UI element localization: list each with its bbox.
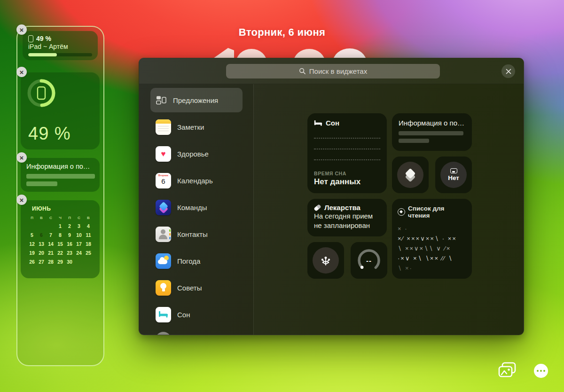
medications-line1: На сегодня прием	[314, 212, 380, 221]
remove-widget-button[interactable]: ×	[16, 152, 27, 163]
clock-digit	[293, 49, 325, 58]
sidebar-item-contacts[interactable]: Контакты	[150, 222, 243, 246]
medications-title: Лекарства	[324, 204, 360, 212]
battery-ring-widget[interactable]: 49 %	[21, 72, 100, 149]
pill-icon	[313, 204, 321, 212]
desktop: Вторник, 6 июня × 49 % iPad ~ Артём × 49…	[0, 0, 564, 392]
calendar-app-icon: Вторник 6	[156, 173, 171, 188]
calendar-widget[interactable]: июнь ПВСЧПСВ 1234 567891011 121314151617…	[21, 200, 100, 278]
dotted-line	[314, 138, 380, 139]
search-placeholder: Поиск в виджетах	[309, 67, 367, 75]
shortcuts-app-icon	[156, 200, 171, 215]
sidebar-item-tips[interactable]: Советы	[150, 275, 243, 300]
contacts-app-icon	[156, 227, 171, 242]
medications-widget-preview[interactable]: Лекарства На сегодня прием не запланиров…	[307, 199, 387, 236]
lock-clock-digits	[201, 45, 376, 58]
branch-widget-preview[interactable]	[307, 242, 344, 279]
redacted-text: × · ×∕ ×××∨××∖ · ×× ∖ ××∨×∖∖ ∨ ∕× ·×∨ ×∖…	[398, 224, 466, 273]
skeleton-bar	[26, 174, 95, 179]
bed-icon	[314, 120, 322, 126]
battery-none-label: Нет	[448, 174, 459, 181]
sidebar-item-sleep[interactable]: Сон	[150, 302, 243, 327]
branch-icon	[320, 254, 332, 267]
battery-progress-track	[28, 53, 92, 56]
divider	[253, 84, 254, 335]
battery-ring-icon	[26, 78, 56, 108]
sidebar-item-notes[interactable]: Заметки	[150, 115, 243, 139]
more-options-button[interactable]	[534, 364, 548, 378]
sidebar-item-health[interactable]: ♥ Здоровье	[150, 141, 243, 166]
info-widget-title: Информация о по…	[26, 163, 94, 170]
battery-percent: 49 %	[36, 35, 51, 42]
device-icon	[450, 168, 457, 173]
close-button[interactable]	[501, 64, 515, 78]
battery-bar-widget[interactable]: 49 % iPad ~ Артём	[23, 31, 98, 60]
ipad-icon	[28, 35, 33, 42]
info-widget-title: Информация о по…	[399, 119, 465, 127]
medications-line2: не запланирован	[314, 221, 380, 230]
remove-widget-button[interactable]: ×	[16, 195, 27, 205]
skeleton-bar	[26, 181, 57, 186]
photos-icon	[497, 361, 517, 379]
sidebar-item-suggestions[interactable]: Предложения	[150, 88, 243, 112]
shortcuts-widget-preview[interactable]	[392, 157, 429, 193]
dotted-line	[314, 149, 380, 149]
reading-list-widget-preview[interactable]: Список для чтения × · ×∕ ×××∨××∖ · ×× ∖ …	[392, 199, 472, 279]
calendar-month: июнь	[27, 205, 93, 212]
clock-digit	[204, 48, 234, 58]
tips-app-icon	[156, 280, 171, 296]
search-icon	[299, 68, 306, 75]
close-icon	[506, 69, 511, 74]
wallpaper-photos-button[interactable]	[497, 361, 517, 379]
sleep-widget-preview[interactable]: Сон ВРЕМЯ СНА Нет данных	[307, 113, 387, 193]
skeleton-bar	[399, 139, 429, 143]
shortcuts-tile-circle	[397, 162, 423, 188]
notes-app-icon	[156, 119, 171, 135]
health-app-icon: ♥	[156, 146, 171, 162]
ellipsis-icon	[537, 370, 539, 372]
battery-progress-fill	[28, 53, 57, 56]
calendar-selected-day: 6	[37, 230, 46, 239]
clock-digit	[236, 49, 267, 58]
sleep-value: Нет данных	[314, 177, 360, 187]
category-sidebar: Предложения Заметки ♥ Здоровье Вторник 6…	[150, 88, 243, 329]
skeleton-bar	[399, 131, 463, 135]
dotted-line	[314, 159, 380, 160]
bed-icon	[158, 311, 168, 318]
sleep-app-icon	[156, 307, 171, 322]
reading-list-title: Список для чтения	[408, 205, 466, 219]
gauge-widget-preview[interactable]: --	[351, 242, 387, 279]
gauge-value: --	[366, 257, 372, 265]
sleep-widget-title: Сон	[326, 119, 339, 127]
widget-gallery-panel: Поиск в виджетах Предложения Замет	[139, 58, 524, 335]
sleep-caption: ВРЕМЯ СНА	[314, 171, 346, 176]
info-widget[interactable]: Информация о по…	[21, 158, 100, 192]
sidebar-item-calendar[interactable]: Вторник 6 Календарь	[150, 168, 243, 193]
sidebar-item-weather[interactable]: Погода	[150, 249, 243, 273]
calendar-grid: 1234 567891011 12131415161718 1920212223…	[27, 221, 93, 266]
weather-app-icon	[156, 253, 171, 269]
safari-compass-icon	[398, 208, 405, 216]
battery-widget-preview[interactable]: Нет	[435, 157, 472, 193]
remove-widget-button[interactable]: ×	[16, 24, 27, 35]
sidebar-item-shortcuts[interactable]: Команды	[150, 195, 243, 220]
calendar-weekday-row: ПВСЧПСВ	[27, 216, 93, 220]
widgets-grid-icon	[156, 95, 167, 105]
search-input[interactable]: Поиск в виджетах	[226, 64, 440, 78]
clock-digit	[333, 48, 367, 58]
remove-widget-button[interactable]: ×	[16, 67, 27, 77]
info-widget-preview[interactable]: Информация о по…	[392, 113, 472, 151]
battery-percent-large: 49 %	[28, 124, 71, 144]
device-name: iPad ~ Артём	[28, 43, 92, 50]
